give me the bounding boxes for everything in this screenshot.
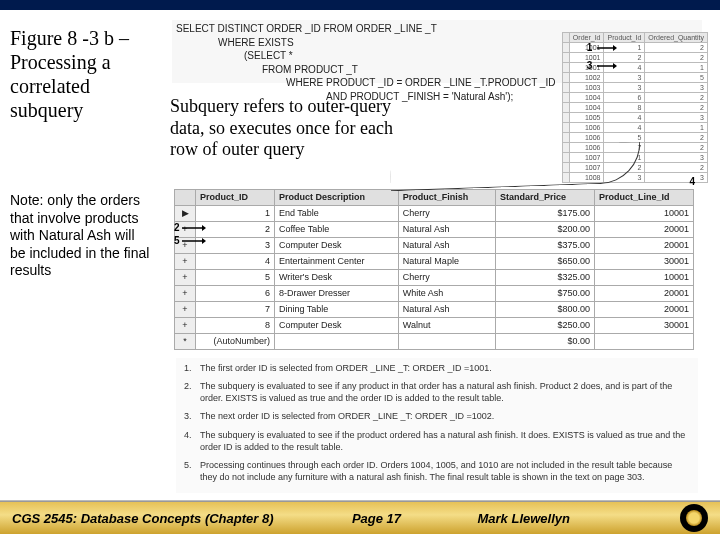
svg-marker-7 (202, 238, 206, 244)
cell: Natural Ash (398, 222, 495, 238)
cell: End Table (275, 206, 399, 222)
step-text: Processing continues through each order … (200, 459, 690, 483)
cell: 10001 (595, 270, 694, 286)
cell: 5 (645, 73, 708, 83)
step-text: The next order ID is selected from ORDER… (200, 410, 494, 422)
product-row-mark: + (175, 302, 196, 318)
cell (595, 334, 694, 350)
product-th-id: Product_ID (196, 190, 275, 206)
product-row-mark: + (175, 270, 196, 286)
step-marker-2: 2 (174, 222, 206, 233)
arrow-right-icon (597, 44, 617, 52)
cell: Cherry (398, 206, 495, 222)
cell: $250.00 (496, 318, 595, 334)
footer: CGS 2545: Database Concepts (Chapter 8) … (0, 500, 720, 540)
marker-1-label: 1 (587, 42, 593, 53)
cell: 4 (604, 123, 645, 133)
cell: 8 (604, 103, 645, 113)
product-th-finish: Product_Finish (398, 190, 495, 206)
cell: 20001 (595, 286, 694, 302)
cell (562, 63, 569, 73)
product-th-price: Standard_Price (496, 190, 595, 206)
figure-title: Figure 8 -3 b – Processing a correlated … (10, 26, 160, 122)
cell: 1 (645, 123, 708, 133)
subquery-caption: Subquery refers to outer-query data, so … (170, 96, 410, 161)
product-row-mark: + (175, 254, 196, 270)
cell: 7 (196, 302, 275, 318)
order-th-productid: Product_Id (604, 33, 645, 43)
cell: 1 (645, 63, 708, 73)
cell (562, 43, 569, 53)
svg-marker-1 (613, 45, 617, 51)
cell: Computer Desk (275, 318, 399, 334)
svg-marker-5 (202, 225, 206, 231)
step-num: 1. (184, 362, 200, 374)
arrow-right-icon (597, 62, 617, 70)
cell: 30001 (595, 254, 694, 270)
cell: 3 (604, 73, 645, 83)
cell: 6 (196, 286, 275, 302)
cell: $375.00 (496, 238, 595, 254)
step-text: The subquery is evaluated to see if the … (200, 429, 690, 453)
cell: Writer's Desk (275, 270, 399, 286)
cell: White Ash (398, 286, 495, 302)
cell: 1004 (569, 93, 604, 103)
cell: 20001 (595, 222, 694, 238)
cell: 1006 (569, 133, 604, 143)
cell: 8-Drawer Dresser (275, 286, 399, 302)
step-marker-3: 3 (587, 60, 617, 71)
cell: 8 (196, 318, 275, 334)
cell (562, 133, 569, 143)
step-marker-1: 1 (587, 42, 617, 53)
cell: $200.00 (496, 222, 595, 238)
cell: 4 (604, 113, 645, 123)
product-row-mark: ▶ (175, 206, 196, 222)
cell: $175.00 (496, 206, 595, 222)
footer-author: Mark Llewellyn (458, 511, 681, 526)
cell: 2 (645, 143, 708, 153)
cell (562, 113, 569, 123)
cell: 4 (196, 254, 275, 270)
footer-bar: CGS 2545: Database Concepts (Chapter 8) … (0, 502, 720, 534)
footer-course: CGS 2545: Database Concepts (Chapter 8) (12, 511, 296, 526)
cell: Walnut (398, 318, 495, 334)
arrow-right-icon (182, 224, 206, 232)
cell: Natural Ash (398, 238, 495, 254)
product-th-line: Product_Line_Id (595, 190, 694, 206)
cell: 3 (196, 238, 275, 254)
cell (562, 103, 569, 113)
cell: Coffee Table (275, 222, 399, 238)
order-th-qty: Ordered_Quantity (645, 33, 708, 43)
cell: 2 (645, 93, 708, 103)
step-num: 5. (184, 459, 200, 483)
top-navy-bar (0, 0, 720, 10)
cell: $650.00 (496, 254, 595, 270)
cell: 20001 (595, 238, 694, 254)
cell (562, 53, 569, 63)
cell: 3 (645, 113, 708, 123)
content-area: Figure 8 -3 b – Processing a correlated … (0, 10, 720, 493)
order-th-orderid: Order_Id (569, 33, 604, 43)
cell: 1003 (569, 83, 604, 93)
cell (562, 83, 569, 93)
product-row-mark: * (175, 334, 196, 350)
marker-5-label: 5 (174, 235, 180, 246)
cell: 5 (196, 270, 275, 286)
cell (398, 334, 495, 350)
cell: 3 (604, 83, 645, 93)
step-marker-4: 4 (689, 176, 695, 187)
step-num: 4. (184, 429, 200, 453)
cell (562, 73, 569, 83)
cell: $750.00 (496, 286, 595, 302)
cell: 20001 (595, 302, 694, 318)
order-th-blank (562, 33, 569, 43)
cell: 1002 (569, 73, 604, 83)
cell: 2 (645, 163, 708, 173)
product-th-desc: Product Description (275, 190, 399, 206)
cell: 2 (645, 103, 708, 113)
ucf-logo-icon (680, 504, 708, 532)
step-num: 3. (184, 410, 200, 422)
step-num: 2. (184, 380, 200, 404)
cell: 3 (645, 153, 708, 163)
cell: 1006 (569, 123, 604, 133)
